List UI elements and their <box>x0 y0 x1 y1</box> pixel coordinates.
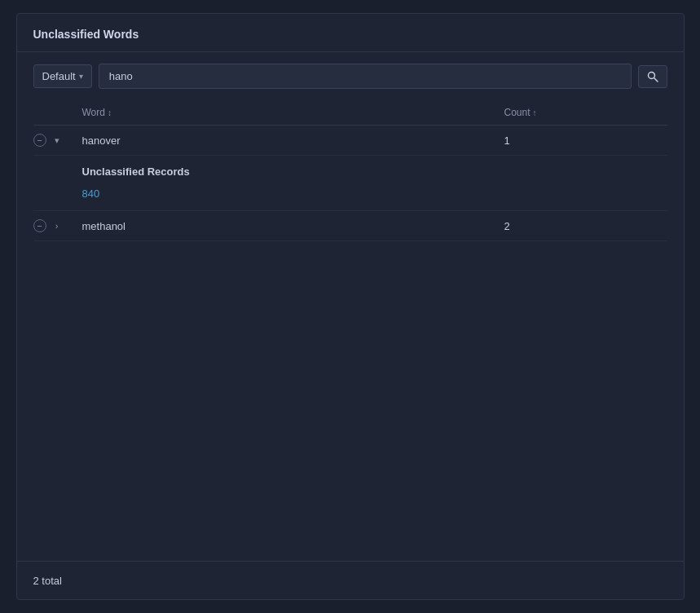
record-link[interactable]: 840 <box>82 187 100 200</box>
count-sort-icon: ↑ <box>533 108 537 117</box>
dropdown-label: Default <box>42 70 76 82</box>
minus-icon[interactable]: − <box>33 219 46 232</box>
search-icon <box>647 71 658 82</box>
expand-icon[interactable]: › <box>51 221 63 231</box>
count-cell: 1 <box>504 135 667 147</box>
panel-footer: 2 total <box>17 561 684 599</box>
search-input[interactable] <box>99 64 632 89</box>
col-count-header: Count ↑ <box>504 107 667 118</box>
toolbar: Default ▾ <box>17 52 684 100</box>
collapse-icon[interactable]: ▾ <box>51 135 63 146</box>
table-row: − ▾ hanover 1 <box>33 126 667 156</box>
word-column-label[interactable]: Word ↕ <box>82 107 504 118</box>
svg-line-1 <box>654 77 657 81</box>
table-row: − › methanol 2 <box>33 211 667 241</box>
search-button[interactable] <box>638 65 667 88</box>
expanded-section: Unclassified Records 840 <box>33 156 667 211</box>
word-cell: hanover <box>82 135 504 147</box>
main-panel: Unclassified Words Default ▾ Word ↕ <box>16 13 685 600</box>
table-header: Word ↕ Count ↑ <box>33 100 667 126</box>
search-input-wrapper <box>99 64 632 89</box>
count-column-label[interactable]: Count ↑ <box>504 107 667 118</box>
panel-title: Unclassified Words <box>33 28 139 41</box>
word-sort-icon: ↕ <box>108 108 112 117</box>
total-text: 2 total <box>33 575 62 587</box>
word-cell: methanol <box>82 220 504 232</box>
default-dropdown[interactable]: Default ▾ <box>33 64 92 88</box>
count-cell: 2 <box>504 220 667 232</box>
panel-header: Unclassified Words <box>17 14 684 52</box>
col-word-header: Word ↕ <box>33 107 504 118</box>
chevron-down-icon: ▾ <box>79 72 83 81</box>
unclassified-records-label: Unclassified Records <box>82 165 667 178</box>
row-controls: − › <box>33 219 82 232</box>
minus-icon[interactable]: − <box>33 134 46 147</box>
table-container: Word ↕ Count ↑ − ▾ hanover 1 Unclassifie… <box>17 100 684 561</box>
row-controls: − ▾ <box>33 134 82 147</box>
